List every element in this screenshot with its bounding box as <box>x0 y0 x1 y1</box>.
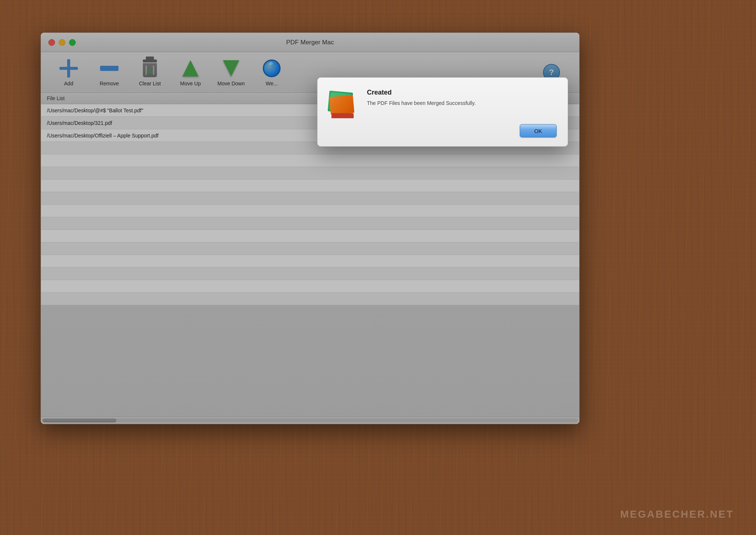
modal-title: Created <box>367 89 557 96</box>
pdf-stack-icon <box>329 89 358 118</box>
modal-pdf-icon <box>329 89 358 118</box>
modal-content: Created The PDF Files have been Merged S… <box>329 89 557 118</box>
modal-dialog: Created The PDF Files have been Merged S… <box>317 77 568 147</box>
modal-message: The PDF Files have been Merged Successfu… <box>367 99 557 107</box>
watermark: MEGABECHER.NET <box>620 508 734 520</box>
main-window: PDF Merger Mac Add Remove ♻ <box>41 33 580 424</box>
book-mid <box>329 95 354 115</box>
bottom-bar: Combine PDFs to Start Now! http://www.PD… <box>41 424 579 424</box>
modal-overlay: Created The PDF Files have been Merged S… <box>41 33 579 424</box>
book-bottom <box>331 113 354 118</box>
ok-button[interactable]: OK <box>520 124 557 137</box>
modal-footer: OK <box>329 124 557 137</box>
modal-text: Created The PDF Files have been Merged S… <box>367 89 557 107</box>
